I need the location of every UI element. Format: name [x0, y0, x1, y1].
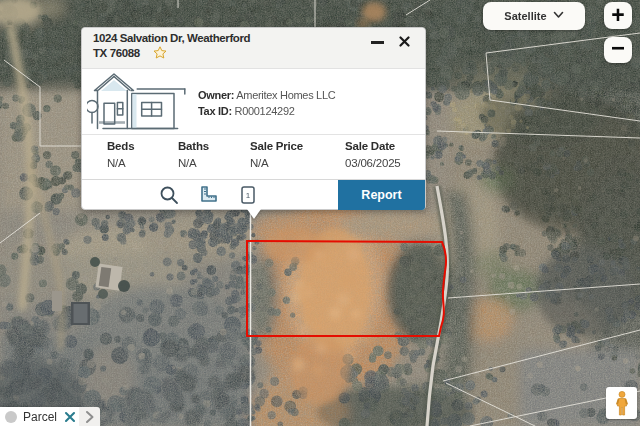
svg-text:1: 1 [246, 191, 251, 200]
